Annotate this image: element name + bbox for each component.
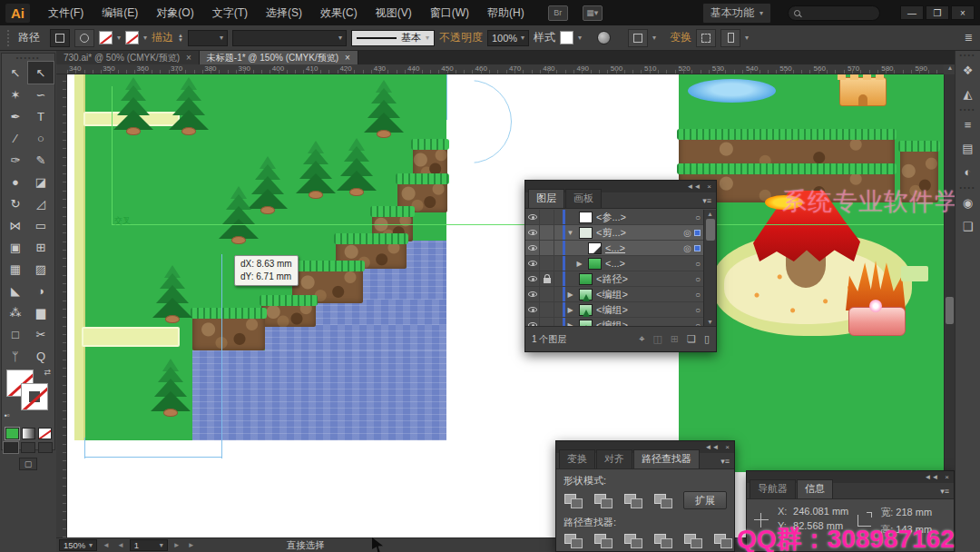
menu-item[interactable]: 编辑(E) [93, 4, 147, 22]
visibility-cell[interactable] [525, 318, 540, 326]
restore-button[interactable]: ❐ [926, 5, 949, 20]
minus-back-icon[interactable] [713, 533, 733, 548]
locate-object-icon[interactable]: ⌖ [639, 333, 644, 345]
layer-label[interactable]: <编组> [596, 288, 676, 301]
menu-item[interactable]: 窗口(W) [421, 4, 478, 22]
symbol-sprayer-tool[interactable]: ⁂ [3, 301, 28, 323]
visibility-cell[interactable] [525, 225, 540, 240]
stroke-panel-icon[interactable]: ≡ [956, 113, 980, 136]
unite-icon[interactable] [564, 493, 583, 508]
visibility-eye-icon[interactable] [528, 230, 537, 235]
stroke-weight-stepper[interactable]: ▲▼ [178, 34, 183, 43]
menu-item[interactable]: 帮助(H) [478, 4, 534, 22]
merge-icon[interactable] [623, 533, 643, 548]
workspace-switcher[interactable]: 基本功能 ▾ [702, 3, 771, 24]
anchor-convert-icon[interactable] [50, 29, 70, 47]
zoom-level-field[interactable]: 150% ▾ [59, 539, 97, 551]
expand-arrow-icon[interactable]: ▶ [565, 306, 575, 314]
pathfinder-tab-2[interactable]: 路径查找器 [633, 449, 700, 468]
eyedropper-tool[interactable]: ◣ [3, 280, 28, 301]
eraser-tool[interactable]: ◪ [28, 171, 54, 192]
opacity-panel-link[interactable]: 不透明度 [439, 30, 483, 45]
lock-cell[interactable] [540, 302, 554, 317]
stroke-color-swatch[interactable] [125, 31, 139, 44]
visibility-eye-icon[interactable] [528, 261, 537, 266]
lock-cell[interactable] [540, 271, 554, 286]
brush-definition-select[interactable]: 基本 ▾ [351, 30, 435, 46]
hand-tool[interactable]: ᛘ [3, 345, 28, 367]
visibility-eye-icon[interactable] [528, 307, 537, 312]
draw-behind-button[interactable] [21, 442, 35, 453]
panel-menu-icon[interactable]: ▾≡ [720, 457, 730, 466]
arrange-documents-icon[interactable]: ▦▾ [583, 5, 603, 21]
visibility-cell[interactable] [525, 241, 540, 255]
perspective-grid-tool[interactable]: ⊞ [28, 236, 54, 258]
collapse-icon[interactable]: ◄◄ [686, 182, 701, 191]
panel-menu-icon[interactable]: ▾≡ [940, 487, 949, 496]
scroll-down-icon[interactable]: ▼ [707, 319, 713, 325]
fill-chevron-icon[interactable]: ▾ [117, 34, 121, 42]
menu-item[interactable]: 文件(F) [39, 4, 93, 22]
mesh-tool[interactable]: ▦ [3, 258, 28, 280]
scrollbar-thumb[interactable] [706, 219, 715, 241]
visibility-eye-icon[interactable] [528, 214, 537, 220]
pen-tool[interactable]: ✒ [3, 105, 28, 127]
target-icon[interactable]: ○ [695, 274, 701, 284]
variable-width-profile-select[interactable]: ▾ [232, 30, 347, 46]
free-transform-tool[interactable]: ▭ [28, 214, 54, 236]
lock-cell[interactable] [540, 225, 554, 240]
canvas[interactable]: 交叉 [67, 74, 944, 537]
isolate-selection-icon[interactable] [720, 29, 740, 47]
visibility-cell[interactable] [525, 271, 540, 286]
align-chevron-icon[interactable]: ▾ [652, 34, 656, 42]
none-mode-button[interactable] [38, 428, 52, 439]
lock-cell[interactable] [540, 287, 554, 301]
close-panel-icon[interactable]: × [945, 473, 949, 481]
artboard-number-field[interactable]: 1 ▾ [130, 539, 168, 551]
recolor-artwork-icon[interactable] [597, 31, 611, 44]
width-tool[interactable]: ⋈ [3, 214, 28, 236]
bridge-icon[interactable]: Br [548, 5, 568, 21]
make-clip-mask-icon[interactable]: ◫ [652, 333, 662, 345]
expand-arrow-icon[interactable]: ▶ [574, 260, 584, 268]
layer-row[interactable]: <...>◎ [525, 241, 703, 256]
layers-scrollbar[interactable]: ▲ ▼ [703, 210, 716, 326]
lock-cell[interactable] [540, 210, 554, 224]
scrollbar-thumb[interactable] [946, 297, 954, 324]
layer-row[interactable]: ▼<剪...>◎ [525, 225, 703, 241]
align-select-icon[interactable] [628, 29, 648, 47]
expand-button[interactable]: 扩展 [683, 491, 727, 509]
anchor-handles-icon[interactable] [74, 29, 94, 47]
layer-label[interactable]: <...> [605, 242, 676, 253]
gradient-tool[interactable]: ▨ [28, 258, 54, 280]
default-fill-stroke-icon[interactable]: ▪▫ [5, 411, 10, 419]
minus-front-icon[interactable] [593, 493, 613, 508]
column-graph-tool[interactable]: ▆ [28, 301, 54, 323]
close-button[interactable]: × [951, 5, 975, 20]
document-tab[interactable]: 未标题-1* @ 150% (CMYK/预览)× [200, 51, 358, 64]
expand-arrow-icon[interactable]: ▼ [565, 229, 575, 237]
visibility-eye-icon[interactable] [528, 276, 537, 281]
draw-normal-button[interactable] [4, 442, 18, 453]
transparency-panel-icon[interactable]: ◐ [956, 160, 980, 183]
shape-builder-tool[interactable]: ▣ [3, 236, 28, 258]
menu-item[interactable]: 视图(V) [367, 4, 421, 22]
menu-item[interactable]: 效果(C) [311, 4, 367, 22]
stroke-panel-link[interactable]: 描边 [152, 30, 173, 45]
lock-cell[interactable] [540, 256, 554, 271]
collapse-icon[interactable]: ◄◄ [704, 443, 719, 451]
menu-item[interactable]: 对象(O) [147, 4, 202, 22]
layer-row[interactable]: <路径>○ [525, 271, 703, 287]
gradient-mode-button[interactable] [22, 428, 35, 439]
search-input[interactable] [788, 5, 880, 21]
layer-row[interactable]: ▶<编组>○ [525, 318, 703, 326]
gradient-panel-icon[interactable]: ▤ [956, 136, 980, 160]
tab-artboards[interactable]: 画板 [565, 189, 602, 208]
color-mode-button[interactable] [5, 428, 19, 439]
horizontal-ruler[interactable]: 3403503603703803904004104204304404504604… [67, 64, 944, 74]
target-icon[interactable]: ◎ [683, 228, 691, 238]
color-panel-icon[interactable]: ❖ [956, 58, 980, 82]
color-guide-panel-icon[interactable]: ◭ [956, 82, 980, 105]
magic-wand-tool[interactable]: ✶ [3, 84, 28, 105]
target-icon[interactable]: ○ [695, 212, 701, 222]
